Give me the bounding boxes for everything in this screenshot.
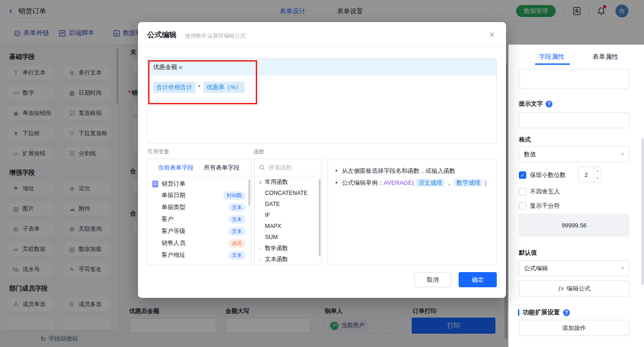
question-icon[interactable]: ? <box>563 309 570 316</box>
no-rounding-label: 不四舍五入 <box>530 188 560 196</box>
thousands-separator-checkbox-row[interactable]: 显示千分符 <box>519 202 560 210</box>
edit-formula-label: 编辑公式 <box>567 284 591 293</box>
variable-name: 客户 <box>161 215 173 223</box>
hint-text-label: 提示文字 ? <box>519 100 552 108</box>
section-accent-bar <box>518 309 519 316</box>
chevron-down-icon: ∨ <box>621 266 624 270</box>
close-icon[interactable]: ✕ <box>489 30 495 39</box>
field-type-badge: 文本 <box>228 227 246 236</box>
chevron-down-icon: ∨ <box>258 180 263 185</box>
formula-target-field: 优惠金额 <box>153 63 177 71</box>
chevron-right-icon: › <box>258 257 263 262</box>
extension-settings-header: 功能扩展设置 ? <box>518 308 570 317</box>
field-type-badge: 时间戳 <box>223 191 246 200</box>
search-icon <box>259 165 265 171</box>
function-group[interactable]: ›文本函数 <box>254 254 322 265</box>
no-rounding-checkbox-row[interactable]: 不四舍五入 <box>519 188 560 196</box>
variable-name: 客户等级 <box>161 227 185 235</box>
formula-target-bar: 优惠金额 = <box>148 59 496 75</box>
tip-text: 从左侧面板选择字段名和函数，或输入函数 <box>342 167 455 174</box>
variable-row[interactable]: 客户地址文本 <box>148 249 251 261</box>
variable-name: 单据类型 <box>161 203 185 211</box>
functions-section-label: 函数 <box>253 148 264 156</box>
variable-row[interactable]: 客户等级文本 <box>148 225 251 237</box>
stepper-down-icon[interactable]: ▼ <box>594 175 601 182</box>
number-format-preview: 99999.56 <box>519 214 629 237</box>
variable-name: 单据日期 <box>161 191 185 199</box>
example-field-token: 数学成绩 <box>454 179 483 187</box>
default-value-label: 默认值 <box>519 249 537 257</box>
cancel-button[interactable]: 取消 <box>414 272 452 287</box>
function-group-label: 文本函数 <box>265 256 288 263</box>
confirm-button[interactable]: 确定 <box>459 272 497 287</box>
checkbox-unchecked-icon[interactable] <box>519 188 526 195</box>
active-tab-underline <box>535 63 570 65</box>
variable-name: 客户地址 <box>161 251 185 259</box>
formula-edit-modal: 公式编辑 使用数学运算符编辑公式 ✕ 优惠金额 = 合计价税合计*优惠率（%） … <box>138 22 506 298</box>
variable-row[interactable]: 单据类型文本 <box>148 201 251 213</box>
example-function-text: ) <box>484 179 486 186</box>
format-select[interactable]: 数值 ∨ <box>519 146 629 162</box>
bullet-icon: • <box>335 165 342 177</box>
variable-row[interactable]: 销售人员成员 <box>148 237 251 249</box>
function-item[interactable]: IF <box>254 210 322 221</box>
function-search-input[interactable] <box>268 164 310 171</box>
decimal-places-stepper[interactable]: 2 ▲ ▼ <box>578 167 601 182</box>
default-value: 公式编辑 <box>524 264 548 273</box>
default-value-select[interactable]: 公式编辑 ∨ <box>519 260 629 276</box>
variable-row[interactable]: 客户文本 <box>148 213 251 225</box>
function-search[interactable] <box>254 159 322 176</box>
chevron-down-icon: ∨ <box>621 152 624 156</box>
variable-name: 销售人员 <box>161 239 185 247</box>
function-item[interactable]: DATE <box>254 199 322 210</box>
tab-all-form-fields[interactable]: 所有表单字段 <box>204 164 240 172</box>
function-group[interactable]: ›数学函数 <box>254 243 322 254</box>
formula-operator: * <box>198 84 201 91</box>
function-group-label: 数学函数 <box>265 245 288 252</box>
tab-form-properties[interactable]: 表单属性 <box>592 53 618 61</box>
properties-panel: 字段属性 表单属性 提示文字 ? 格式 数值 ∨ 保留小数位数 2 ▲ ▼ 不四… <box>508 45 644 347</box>
panel-scrollbar[interactable] <box>642 138 644 285</box>
checkbox-checked-icon[interactable] <box>519 171 526 179</box>
field-type-badge: 成员 <box>228 239 246 248</box>
variable-row[interactable]: 单据日期时间戳 <box>148 189 251 201</box>
add-action-label: 添加操作 <box>562 324 586 332</box>
checkbox-unchecked-icon[interactable] <box>519 202 526 210</box>
add-action-button[interactable]: 添加操作 <box>519 320 629 336</box>
hint-text-input[interactable] <box>519 112 629 128</box>
example-function-text: AVERAGE( <box>384 179 414 186</box>
bullet-icon: • <box>335 177 342 189</box>
function-group[interactable]: ∨常用函数 <box>254 176 322 188</box>
function-item[interactable]: CONCATENATE <box>254 188 322 199</box>
form-root-label: 销货订单 <box>161 180 185 188</box>
decimal-places-checkbox-row[interactable]: 保留小数位数 <box>519 171 566 179</box>
function-item[interactable]: MAPX <box>254 221 322 232</box>
variables-scrollbar[interactable] <box>248 179 250 206</box>
tip-text: 公式编辑举例： <box>342 179 384 186</box>
functions-scrollbar[interactable] <box>319 179 321 256</box>
example-field-token: 语文成绩 <box>416 179 444 187</box>
form-tree-root[interactable]: 销货订单 <box>148 176 251 189</box>
equals-sign: = <box>179 64 183 71</box>
tab-field-properties[interactable]: 字段属性 <box>539 53 564 61</box>
formula-editor[interactable]: 优惠金额 = 合计价税合计*优惠率（%） <box>147 58 497 143</box>
function-group-label: 常用函数 <box>265 178 288 186</box>
formula-tips-panel: •从左侧面板选择字段名和函数，或输入函数•公式编辑举例：AVERAGE(语文成绩… <box>328 159 497 265</box>
form-doc-icon <box>152 181 158 188</box>
tab-current-form-fields[interactable]: 当前表单字段 <box>158 164 194 172</box>
edit-formula-button[interactable]: ƒx 编辑公式 <box>519 280 629 296</box>
modal-title: 公式编辑 <box>147 30 177 40</box>
stepper-up-icon[interactable]: ▲ <box>594 167 601 175</box>
tip-text: ， <box>446 179 452 186</box>
tip-row: •公式编辑举例：AVERAGE(语文成绩，数学成绩) <box>335 177 489 189</box>
variables-panel: 当前表单字段 所有表单字段 销货订单 单据日期时间戳单据类型文本客户文本客户等级… <box>147 159 252 265</box>
description-box[interactable] <box>519 69 629 89</box>
formula-field-token[interactable]: 合计价税合计 <box>153 82 196 93</box>
tip-row: •从左侧面板选择字段名和函数，或输入函数 <box>335 165 489 177</box>
variables-section-label: 可用变量 <box>147 148 169 156</box>
function-item[interactable]: SUM <box>254 232 322 243</box>
question-icon[interactable]: ? <box>546 101 552 108</box>
formula-expression[interactable]: 合计价税合计*优惠率（%） <box>148 75 496 99</box>
format-label: 格式 <box>519 136 531 144</box>
formula-field-token[interactable]: 优惠率（%） <box>203 82 245 93</box>
